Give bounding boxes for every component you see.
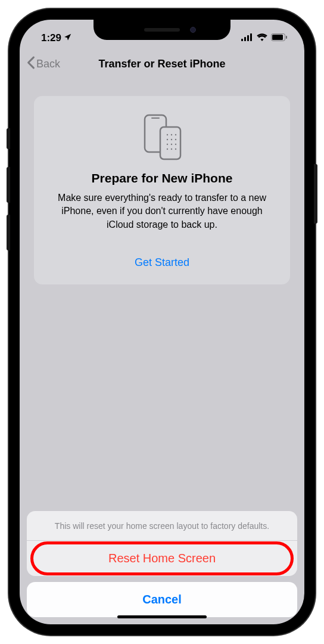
svg-rect-5 xyxy=(272,35,283,40)
svg-rect-9 xyxy=(160,127,180,159)
devices-icon xyxy=(46,113,278,160)
svg-point-19 xyxy=(167,148,168,150)
card-description: Make sure everything's ready to transfer… xyxy=(46,191,278,231)
reset-home-screen-label: Reset Home Screen xyxy=(108,552,216,565)
screen: 1:29 xyxy=(20,20,304,624)
svg-point-16 xyxy=(167,144,168,145)
svg-point-10 xyxy=(167,134,168,135)
svg-point-20 xyxy=(171,148,172,150)
svg-point-14 xyxy=(171,139,172,140)
signal-icon xyxy=(241,32,253,44)
wifi-icon xyxy=(257,32,267,44)
battery-icon xyxy=(271,32,288,44)
action-sheet-message: This will reset your home screen layout … xyxy=(27,511,297,541)
svg-point-18 xyxy=(175,144,176,145)
home-indicator[interactable] xyxy=(117,615,207,618)
page-title: Transfer or Reset iPhone xyxy=(98,58,225,70)
back-button[interactable]: Back xyxy=(27,56,60,72)
svg-point-13 xyxy=(167,139,168,140)
svg-rect-3 xyxy=(250,33,252,41)
svg-point-17 xyxy=(171,144,172,145)
chevron-left-icon xyxy=(27,56,35,72)
svg-point-11 xyxy=(171,134,172,135)
svg-rect-0 xyxy=(241,39,243,41)
action-sheet-group: This will reset your home screen layout … xyxy=(27,511,297,576)
get-started-link[interactable]: Get Started xyxy=(46,256,278,269)
back-label: Back xyxy=(36,58,60,70)
card-title: Prepare for New iPhone xyxy=(46,171,278,185)
notch xyxy=(94,20,230,40)
status-time: 1:29 xyxy=(41,32,61,44)
svg-rect-2 xyxy=(247,35,249,41)
svg-point-15 xyxy=(175,139,176,140)
prepare-card: Prepare for New iPhone Make sure everyth… xyxy=(34,96,290,284)
phone-frame: 1:29 xyxy=(9,9,315,635)
svg-point-21 xyxy=(175,148,176,150)
location-icon xyxy=(64,32,72,44)
reset-home-screen-button[interactable]: Reset Home Screen xyxy=(27,541,297,576)
nav-bar: Back Transfer or Reset iPhone xyxy=(20,49,304,78)
svg-rect-1 xyxy=(244,37,246,41)
svg-point-12 xyxy=(175,134,176,135)
action-sheet: This will reset your home screen layout … xyxy=(20,511,304,624)
content-area: Prepare for New iPhone Make sure everyth… xyxy=(20,78,304,302)
cancel-button[interactable]: Cancel xyxy=(27,582,297,617)
svg-rect-6 xyxy=(286,36,287,39)
